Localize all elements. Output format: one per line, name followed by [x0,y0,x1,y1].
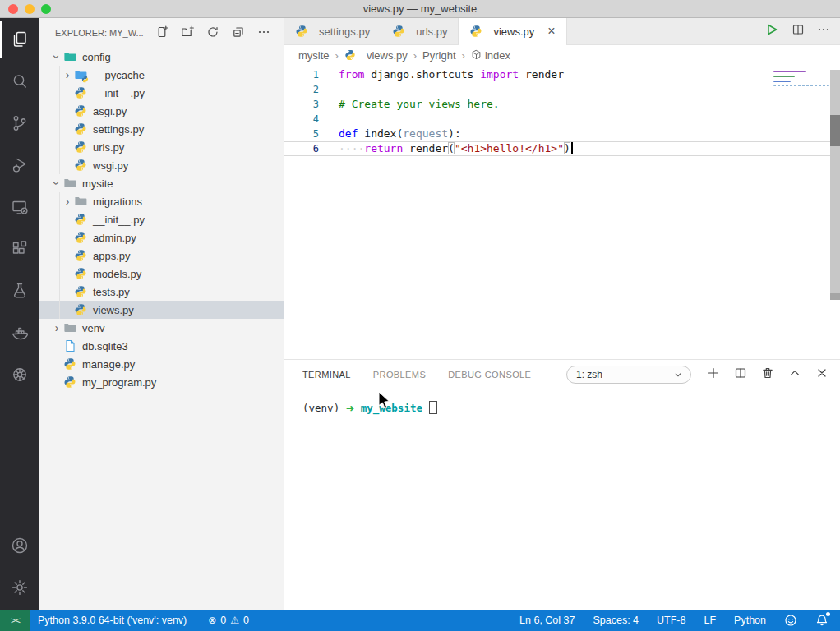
cursor-position[interactable]: Ln 6, Col 37 [519,615,575,626]
python-interpreter[interactable]: Python 3.9.0 64-bit ('venv': venv) [38,615,187,626]
minimap[interactable] [773,67,829,95]
activity-docker[interactable] [0,311,39,353]
refresh-icon [206,25,219,40]
tree-item-my-program-py[interactable]: my_program.py [39,373,284,391]
file-label: urls.py [93,141,124,154]
terminal-output[interactable]: (venv) ➜ my_website [284,389,840,414]
editor-group: settings.pyurls.pyviews.py× mysite›views… [284,18,840,610]
tree-item-config[interactable]: ›config [39,48,284,66]
editor-scrollbar[interactable] [830,70,840,300]
activity-remote-explorer[interactable] [0,186,39,228]
code-line-1[interactable]: 1from django.shortcuts import render [284,67,840,82]
code-line-3[interactable]: 3# Create your views here. [284,97,840,112]
activity-kubernetes[interactable] [0,353,39,395]
new-folder-button[interactable] [181,25,194,40]
activity-explorer[interactable] [0,18,39,60]
tree-item-apps-py[interactable]: apps.py [39,246,284,265]
breadcrumb-item-pyright[interactable]: Pyright [422,49,455,62]
python-file-icon [63,357,76,371]
eol[interactable]: LF [704,615,716,626]
tree-item-pycache[interactable]: ›__pycache__ [39,66,284,84]
tree-item-wsgi-py[interactable]: wsgi.py [39,156,284,174]
error-icon: ⊗ [208,615,216,626]
activity-search[interactable] [0,60,39,102]
tree-item-init-py[interactable]: __init__.py [39,210,284,228]
more-actions-button[interactable] [257,25,270,40]
tree-item-admin-py[interactable]: admin.py [39,228,284,246]
tree-item-venv[interactable]: ›venv [39,319,284,337]
kill-terminal-button[interactable] [761,366,774,383]
new-terminal-button[interactable] [707,366,720,383]
tree-item-urls-py[interactable]: urls.py [39,138,284,156]
tree-item-db-sqlite3[interactable]: db.sqlite3 [39,337,284,355]
code-editor[interactable]: 1from django.shortcuts import render23# … [284,66,840,359]
code-line-2[interactable]: 2 [284,82,840,97]
tree-item-asgi-py[interactable]: asgi.py [39,102,284,120]
run-debug-icon [10,155,30,175]
tab-settings-py[interactable]: settings.py [284,18,381,44]
file-label: db.sqlite3 [82,340,128,352]
code-line-5[interactable]: 5def index(request): [284,127,840,141]
collapse-folders-button[interactable] [232,25,245,40]
breadcrumb-item-views-py[interactable]: views.py [344,49,408,62]
split-terminal-button[interactable] [734,366,747,383]
tree-item-migrations[interactable]: ›migrations [39,192,284,210]
tree-item-settings-py[interactable]: settings.py [39,120,284,138]
close-panel-button[interactable] [815,366,828,383]
code-line-4[interactable]: 4 [284,112,840,127]
maximize-panel-button[interactable] [788,366,801,383]
code-line-6[interactable]: 6····return render("<h1>hello!</h1>") [284,141,840,156]
panel-tab-debug-console[interactable]: DEBUG CONSOLE [448,360,531,389]
feedback-button[interactable] [784,614,797,627]
refresh-explorer-button[interactable] [206,25,219,40]
database-file-icon [63,339,76,352]
panel-header: TERMINALPROBLEMSDEBUG CONSOLE 1: zsh [284,360,840,389]
problems[interactable]: ⊗0⚠0 [208,615,249,626]
more-editor-actions-button[interactable] [817,23,830,39]
indentation[interactable]: Spaces: 4 [593,615,639,626]
split-editor-button[interactable] [792,23,805,39]
python-folder-icon [74,68,87,81]
activity-accounts[interactable] [0,524,39,566]
activity-source-control[interactable] [0,102,39,144]
tree-item-mysite[interactable]: ›mysite [39,174,284,192]
minimize-window-button[interactable] [25,4,35,14]
line-number: 3 [284,97,319,112]
close-window-button[interactable] [8,4,18,14]
encoding[interactable]: UTF-8 [657,615,685,626]
activity-extensions[interactable] [0,228,39,269]
tab-label: settings.py [319,25,370,38]
zoom-window-button[interactable] [41,4,51,14]
remote-indicator[interactable]: >< [0,610,30,631]
shell-selector[interactable]: 1: zsh [566,366,691,384]
activity-testing[interactable] [0,269,39,311]
text-cursor [571,142,573,154]
tree-item-tests-py[interactable]: tests.py [39,283,284,301]
breadcrumb-item-index[interactable]: index [471,49,510,62]
tree-item-models-py[interactable]: models.py [39,265,284,283]
tree-item-init-py[interactable]: __init__.py [39,84,284,102]
tree-item-views-py[interactable]: views.py [39,301,284,319]
run-python-file-button[interactable] [764,22,779,40]
language-mode[interactable]: Python [734,615,766,626]
scrollbar-thumb[interactable] [830,115,840,146]
file-label: wsgi.py [93,159,128,172]
status-bar: ><Python 3.9.0 64-bit ('venv': venv)⊗0⚠0… [0,610,840,631]
panel-tab-problems[interactable]: PROBLEMS [373,360,426,389]
notifications-button[interactable] [815,614,828,627]
tab-urls-py[interactable]: urls.py [381,18,459,44]
file-label: manage.py [82,358,135,371]
terminal-cursor [429,401,437,414]
tab-views-py[interactable]: views.py× [459,18,566,44]
tree-item-manage-py[interactable]: manage.py [39,355,284,373]
code-text: ····return render("<h1>hello!</h1>") [319,141,573,156]
panel-tab-terminal[interactable]: TERMINAL [302,360,351,389]
activity-settings[interactable] [0,566,39,608]
tab-label: urls.py [416,25,447,38]
python-file-icon [74,249,87,262]
breadcrumb-item-mysite[interactable]: mysite [298,49,330,62]
line-number: 5 [284,127,319,141]
new-file-button[interactable] [155,25,168,40]
close-icon[interactable]: × [547,25,555,38]
activity-run-debug[interactable] [0,144,39,186]
